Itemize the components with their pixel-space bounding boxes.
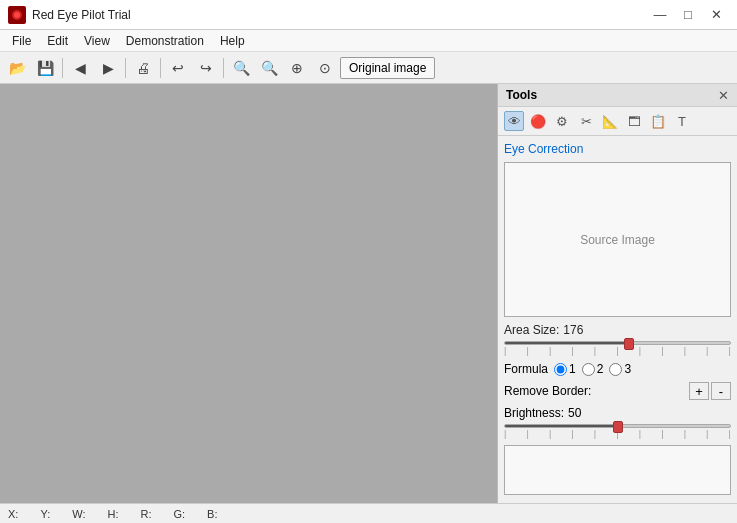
remove-border-minus-button[interactable]: - bbox=[711, 382, 731, 400]
formula-1-option[interactable]: 1 bbox=[554, 362, 576, 376]
brightness-value: 50 bbox=[568, 406, 581, 420]
tool-icons-row: 👁🔴⚙✂📐🗔📋T bbox=[498, 107, 737, 136]
source-image-label: Source Image bbox=[580, 233, 655, 247]
sep1 bbox=[62, 58, 63, 78]
tools-content: Eye Correction Source Image Area Size: 1… bbox=[498, 136, 737, 503]
tools-close-button[interactable]: ✕ bbox=[718, 89, 729, 102]
zoom-in-btn[interactable]: 🔍 bbox=[228, 56, 254, 80]
formula-label: Formula bbox=[504, 362, 548, 376]
measure-tool-icon[interactable]: 📐 bbox=[600, 111, 620, 131]
section-label: Eye Correction bbox=[504, 142, 731, 156]
status-b: B: bbox=[207, 508, 219, 520]
status-h: H: bbox=[107, 508, 120, 520]
tools-title: Tools bbox=[506, 88, 537, 102]
status-r: R: bbox=[140, 508, 153, 520]
menu-item-edit[interactable]: Edit bbox=[39, 30, 76, 51]
sep3 bbox=[160, 58, 161, 78]
original-image-button[interactable]: Original image bbox=[340, 57, 435, 79]
brightness-label: Brightness: bbox=[504, 406, 564, 420]
forward-btn[interactable]: ▶ bbox=[95, 56, 121, 80]
title-controls: — □ ✕ bbox=[647, 4, 729, 26]
back-btn[interactable]: ◀ bbox=[67, 56, 93, 80]
red-eye-tool-icon[interactable]: 🔴 bbox=[528, 111, 548, 131]
zoom-reset-btn[interactable]: ⊙ bbox=[312, 56, 338, 80]
menu-bar: FileEditViewDemonstrationHelp bbox=[0, 30, 737, 52]
text-tool-icon[interactable]: T bbox=[672, 111, 692, 131]
zoom-fit-btn[interactable]: ⊕ bbox=[284, 56, 310, 80]
menu-item-demonstration[interactable]: Demonstration bbox=[118, 30, 212, 51]
minimize-button[interactable]: — bbox=[647, 4, 673, 26]
status-b-label: B: bbox=[207, 508, 217, 520]
tools-panel: Tools ✕ 👁🔴⚙✂📐🗔📋T Eye Correction Source I… bbox=[497, 84, 737, 503]
status-y: Y: bbox=[40, 508, 52, 520]
app-icon bbox=[8, 6, 26, 24]
open-folder-btn[interactable]: 📂 bbox=[4, 56, 30, 80]
app-title: Red Eye Pilot Trial bbox=[32, 8, 647, 22]
status-x-label: X: bbox=[8, 508, 18, 520]
save-btn[interactable]: 💾 bbox=[32, 56, 58, 80]
remove-border-row: Remove Border: + - bbox=[504, 382, 731, 400]
menu-item-file[interactable]: File bbox=[4, 30, 39, 51]
sep2 bbox=[125, 58, 126, 78]
remove-border-plus-button[interactable]: + bbox=[689, 382, 709, 400]
formula-3-radio[interactable] bbox=[609, 363, 622, 376]
brightness-slider-track[interactable] bbox=[504, 424, 731, 428]
zoom-out-btn[interactable]: 🔍 bbox=[256, 56, 282, 80]
brightness-slider-container: ||| ||| ||| || bbox=[504, 424, 731, 439]
status-r-label: R: bbox=[140, 508, 151, 520]
tools-header: Tools ✕ bbox=[498, 84, 737, 107]
formula-2-option[interactable]: 2 bbox=[582, 362, 604, 376]
menu-item-help[interactable]: Help bbox=[212, 30, 253, 51]
status-x: X: bbox=[8, 508, 20, 520]
status-g-label: G: bbox=[173, 508, 185, 520]
status-h-label: H: bbox=[107, 508, 118, 520]
formula-3-option[interactable]: 3 bbox=[609, 362, 631, 376]
status-w: W: bbox=[72, 508, 87, 520]
area-size-value: 176 bbox=[563, 323, 583, 337]
undo-btn[interactable]: ↩ bbox=[165, 56, 191, 80]
title-bar: Red Eye Pilot Trial — □ ✕ bbox=[0, 0, 737, 30]
area-size-label: Area Size: bbox=[504, 323, 559, 337]
area-size-slider-track[interactable] bbox=[504, 341, 731, 345]
sep4 bbox=[223, 58, 224, 78]
crop-tool-icon[interactable]: ✂ bbox=[576, 111, 596, 131]
area-size-slider-container: ||| ||| ||| || bbox=[504, 341, 731, 356]
canvas-area[interactable] bbox=[0, 84, 497, 503]
main-area: Tools ✕ 👁🔴⚙✂📐🗔📋T Eye Correction Source I… bbox=[0, 84, 737, 503]
status-g: G: bbox=[173, 508, 187, 520]
status-y-label: Y: bbox=[40, 508, 50, 520]
toolbar: 📂💾◀▶🖨↩↪🔍🔍⊕⊙Original image bbox=[0, 52, 737, 84]
copy-tool-icon[interactable]: 📋 bbox=[648, 111, 668, 131]
status-bar: X: Y: W: H: R: G: B: bbox=[0, 503, 737, 523]
remove-border-label: Remove Border: bbox=[504, 384, 687, 398]
area-size-row: Area Size: 176 bbox=[504, 323, 731, 337]
frame-tool-icon[interactable]: 🗔 bbox=[624, 111, 644, 131]
maximize-button[interactable]: □ bbox=[675, 4, 701, 26]
print-btn[interactable]: 🖨 bbox=[130, 56, 156, 80]
bottom-preview-box bbox=[504, 445, 731, 495]
formula-2-radio[interactable] bbox=[582, 363, 595, 376]
formula-1-radio[interactable] bbox=[554, 363, 567, 376]
brightness-row: Brightness: 50 bbox=[504, 406, 731, 420]
menu-item-view[interactable]: View bbox=[76, 30, 118, 51]
source-image-box: Source Image bbox=[504, 162, 731, 317]
redo-btn[interactable]: ↪ bbox=[193, 56, 219, 80]
eye-tool-icon[interactable]: 👁 bbox=[504, 111, 524, 131]
close-button[interactable]: ✕ bbox=[703, 4, 729, 26]
svg-point-2 bbox=[14, 12, 20, 18]
status-w-label: W: bbox=[72, 508, 85, 520]
formula-row: Formula 1 2 3 bbox=[504, 362, 731, 376]
settings-tool-icon[interactable]: ⚙ bbox=[552, 111, 572, 131]
